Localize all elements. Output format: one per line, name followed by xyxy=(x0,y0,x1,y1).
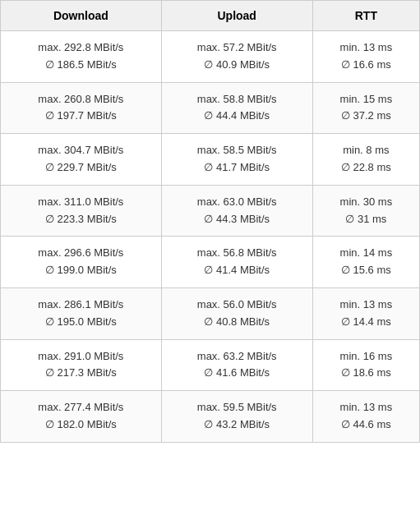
upload-cell: max. 63.0 MBit/s∅ 44.3 MBit/s xyxy=(161,185,312,237)
rtt-min: min. 30 ms xyxy=(320,194,413,211)
upload-avg: ∅ 41.6 MBit/s xyxy=(168,365,306,382)
download-max: max. 292.8 MBit/s xyxy=(7,39,155,57)
rtt-avg: ∅ 18.6 ms xyxy=(320,365,413,382)
rtt-min: min. 13 ms xyxy=(320,39,413,57)
download-avg: ∅ 223.3 MBit/s xyxy=(7,211,155,228)
rtt-avg: ∅ 37.2 ms xyxy=(320,108,413,125)
upload-max: max. 56.0 MBit/s xyxy=(168,297,306,314)
rtt-cell: min. 30 ms∅ 31 ms xyxy=(312,185,419,237)
upload-max: max. 56.8 MBit/s xyxy=(168,245,306,262)
rtt-cell: min. 13 ms∅ 14.4 ms xyxy=(312,287,419,339)
rtt-min: min. 13 ms xyxy=(320,399,413,416)
upload-avg: ∅ 40.9 MBit/s xyxy=(168,57,306,74)
rtt-cell: min. 16 ms∅ 18.6 ms xyxy=(312,339,419,391)
rtt-avg: ∅ 14.4 ms xyxy=(320,314,413,331)
table-row: max. 291.0 MBit/s∅ 217.3 MBit/smax. 63.2… xyxy=(1,339,420,391)
download-avg: ∅ 186.5 MBit/s xyxy=(7,57,155,74)
download-max: max. 291.0 MBit/s xyxy=(7,348,155,366)
table-row: max. 260.8 MBit/s∅ 197.7 MBit/smax. 58.8… xyxy=(1,82,420,134)
upload-cell: max. 63.2 MBit/s∅ 41.6 MBit/s xyxy=(161,339,312,391)
upload-cell: max. 58.5 MBit/s∅ 41.7 MBit/s xyxy=(161,134,312,186)
download-cell: max. 286.1 MBit/s∅ 195.0 MBit/s xyxy=(1,287,162,339)
upload-max: max. 63.0 MBit/s xyxy=(168,194,306,211)
rtt-cell: min. 8 ms∅ 22.8 ms xyxy=(312,134,419,186)
table-row: max. 311.0 MBit/s∅ 223.3 MBit/smax. 63.0… xyxy=(1,185,420,237)
download-avg: ∅ 217.3 MBit/s xyxy=(7,365,155,382)
table-row: max. 286.1 MBit/s∅ 195.0 MBit/smax. 56.0… xyxy=(1,287,420,339)
upload-cell: max. 56.0 MBit/s∅ 40.8 MBit/s xyxy=(161,287,312,339)
upload-cell: max. 57.2 MBit/s∅ 40.9 MBit/s xyxy=(161,31,312,83)
rtt-avg: ∅ 16.6 ms xyxy=(320,57,413,74)
speed-test-table: Download Upload RTT max. 292.8 MBit/s∅ 1… xyxy=(0,0,420,443)
download-cell: max. 291.0 MBit/s∅ 217.3 MBit/s xyxy=(1,339,162,391)
upload-cell: max. 56.8 MBit/s∅ 41.4 MBit/s xyxy=(161,237,312,288)
upload-avg: ∅ 41.4 MBit/s xyxy=(168,262,306,279)
download-max: max. 304.7 MBit/s xyxy=(7,142,155,159)
rtt-cell: min. 15 ms∅ 37.2 ms xyxy=(312,82,419,134)
download-cell: max. 292.8 MBit/s∅ 186.5 MBit/s xyxy=(1,31,162,83)
upload-max: max. 58.5 MBit/s xyxy=(168,142,306,159)
table-row: max. 304.7 MBit/s∅ 229.7 MBit/smax. 58.5… xyxy=(1,134,420,186)
upload-avg: ∅ 44.4 MBit/s xyxy=(168,108,306,125)
download-avg: ∅ 182.0 MBit/s xyxy=(7,416,155,434)
rtt-cell: min. 13 ms∅ 44.6 ms xyxy=(312,391,419,443)
download-cell: max. 296.6 MBit/s∅ 199.0 MBit/s xyxy=(1,237,162,288)
upload-avg: ∅ 43.2 MBit/s xyxy=(168,416,306,434)
download-cell: max. 304.7 MBit/s∅ 229.7 MBit/s xyxy=(1,134,162,186)
header-download: Download xyxy=(1,1,162,31)
download-cell: max. 277.4 MBit/s∅ 182.0 MBit/s xyxy=(1,391,162,443)
download-cell: max. 260.8 MBit/s∅ 197.7 MBit/s xyxy=(1,82,162,134)
upload-max: max. 58.8 MBit/s xyxy=(168,91,306,108)
download-max: max. 286.1 MBit/s xyxy=(7,297,155,314)
rtt-avg: ∅ 31 ms xyxy=(320,211,413,228)
rtt-min: min. 15 ms xyxy=(320,91,413,108)
upload-cell: max. 59.5 MBit/s∅ 43.2 MBit/s xyxy=(161,391,312,443)
rtt-min: min. 14 ms xyxy=(320,245,413,262)
download-avg: ∅ 229.7 MBit/s xyxy=(7,159,155,177)
header-upload: Upload xyxy=(161,1,312,31)
upload-avg: ∅ 44.3 MBit/s xyxy=(168,211,306,228)
rtt-avg: ∅ 44.6 ms xyxy=(320,416,413,434)
table-row: max. 277.4 MBit/s∅ 182.0 MBit/smax. 59.5… xyxy=(1,391,420,443)
rtt-avg: ∅ 22.8 ms xyxy=(320,159,413,177)
download-avg: ∅ 195.0 MBit/s xyxy=(7,314,155,331)
upload-cell: max. 58.8 MBit/s∅ 44.4 MBit/s xyxy=(161,82,312,134)
rtt-cell: min. 14 ms∅ 15.6 ms xyxy=(312,237,419,288)
download-max: max. 296.6 MBit/s xyxy=(7,245,155,262)
rtt-cell: min. 13 ms∅ 16.6 ms xyxy=(312,31,419,83)
download-max: max. 260.8 MBit/s xyxy=(7,91,155,108)
table-row: max. 292.8 MBit/s∅ 186.5 MBit/smax. 57.2… xyxy=(1,31,420,83)
upload-max: max. 57.2 MBit/s xyxy=(168,39,306,57)
rtt-min: min. 16 ms xyxy=(320,348,413,366)
upload-max: max. 63.2 MBit/s xyxy=(168,348,306,366)
upload-max: max. 59.5 MBit/s xyxy=(168,399,306,416)
download-avg: ∅ 199.0 MBit/s xyxy=(7,262,155,279)
rtt-min: min. 8 ms xyxy=(320,142,413,159)
upload-avg: ∅ 40.8 MBit/s xyxy=(168,314,306,331)
download-max: max. 311.0 MBit/s xyxy=(7,194,155,211)
rtt-min: min. 13 ms xyxy=(320,297,413,314)
rtt-avg: ∅ 15.6 ms xyxy=(320,262,413,279)
upload-avg: ∅ 41.7 MBit/s xyxy=(168,159,306,177)
download-avg: ∅ 197.7 MBit/s xyxy=(7,108,155,125)
table-row: max. 296.6 MBit/s∅ 199.0 MBit/smax. 56.8… xyxy=(1,237,420,288)
download-cell: max. 311.0 MBit/s∅ 223.3 MBit/s xyxy=(1,185,162,237)
download-max: max. 277.4 MBit/s xyxy=(7,399,155,416)
header-rtt: RTT xyxy=(312,1,419,31)
